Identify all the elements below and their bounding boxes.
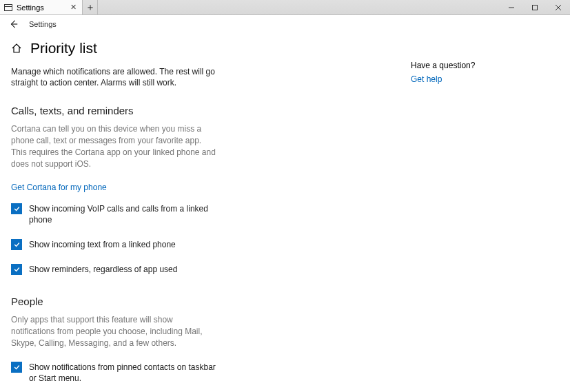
tab-label: Settings: [17, 3, 64, 12]
section-calls-desc: Cortana can tell you on this device when…: [11, 123, 218, 169]
checkbox-text-label: Show incoming text from a linked phone: [29, 239, 176, 250]
side-column: Have a question? Get help: [411, 37, 542, 392]
section-people-desc: Only apps that support this feature will…: [11, 314, 218, 349]
checkbox-text-row: Show incoming text from a linked phone: [11, 239, 218, 250]
home-icon[interactable]: [11, 43, 22, 54]
tab-close-button[interactable]: ✕: [68, 3, 78, 12]
get-help-link[interactable]: Get help: [411, 74, 442, 84]
minimize-button[interactable]: [500, 0, 523, 14]
checkbox-text[interactable]: [11, 239, 22, 250]
checkbox-voip-row: Show incoming VoIP calls and calls from …: [11, 203, 218, 225]
tab-settings[interactable]: Settings ✕: [0, 0, 83, 14]
page-title-row: Priority list: [11, 40, 383, 56]
breadcrumb-bar: Settings: [0, 15, 570, 33]
new-tab-button[interactable]: ＋: [83, 0, 98, 14]
checkbox-reminders-label: Show reminders, regardless of app used: [29, 264, 177, 275]
close-window-button[interactable]: [547, 0, 570, 14]
main-column: Priority list Manage which notifications…: [11, 37, 383, 392]
section-people-title: People: [11, 296, 383, 307]
window-controls: [500, 0, 570, 14]
checkbox-voip[interactable]: [11, 203, 22, 214]
breadcrumb-label: Settings: [29, 20, 57, 28]
titlebar: Settings ✕ ＋: [0, 0, 570, 15]
page-description: Manage which notifications are allowed. …: [11, 66, 218, 88]
section-calls-title: Calls, texts, and reminders: [11, 105, 383, 116]
checkbox-reminders[interactable]: [11, 264, 22, 275]
content: Priority list Manage which notifications…: [0, 33, 570, 392]
maximize-button[interactable]: [523, 0, 547, 14]
tabs-region: Settings ✕ ＋: [0, 0, 98, 14]
checkbox-pinned-label: Show notifications from pinned contacts …: [29, 362, 218, 384]
settings-window-icon: [4, 4, 12, 11]
checkbox-pinned-row: Show notifications from pinned contacts …: [11, 362, 218, 384]
back-button[interactable]: [8, 19, 19, 30]
checkbox-voip-label: Show incoming VoIP calls and calls from …: [29, 203, 218, 225]
page-title: Priority list: [30, 40, 97, 56]
checkbox-pinned[interactable]: [11, 362, 22, 373]
checkbox-reminders-row: Show reminders, regardless of app used: [11, 264, 218, 275]
have-question-label: Have a question?: [411, 61, 542, 70]
svg-rect-1: [533, 5, 538, 10]
get-cortana-link[interactable]: Get Cortana for my phone: [11, 183, 107, 192]
